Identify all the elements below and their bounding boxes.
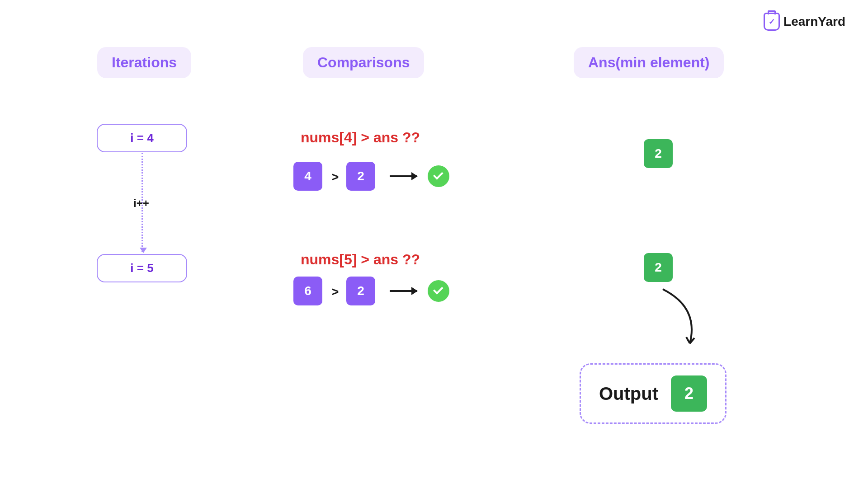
comparison-question-1: nums[4] > ans ??: [301, 129, 420, 146]
header-iterations: Iterations: [97, 47, 191, 78]
check-circle-1: [428, 165, 449, 187]
comparison-left-2: 6: [293, 277, 322, 305]
comparison-left-1: 4: [293, 162, 322, 191]
gt-sign-2: >: [331, 285, 339, 299]
brand-name: LearnYard: [783, 14, 845, 29]
brand-logo: ✓ LearnYard: [764, 13, 845, 31]
comparison-right-2: 2: [346, 277, 375, 305]
arrow-right-2: [390, 290, 417, 292]
logo-shield-icon: ✓: [764, 13, 780, 31]
ans-box-1: 2: [644, 139, 673, 168]
output-label: Output: [599, 384, 658, 404]
comparison-question-2: nums[5] > ans ??: [301, 251, 420, 268]
check-circle-2: [428, 280, 449, 302]
logo-check-icon: ✓: [769, 17, 775, 27]
increment-label: i++: [133, 197, 149, 210]
comparison-right-1: 2: [346, 162, 375, 191]
check-icon: [433, 169, 443, 180]
gt-sign-1: >: [331, 170, 339, 184]
header-ans: Ans(min element): [574, 47, 724, 78]
check-icon: [433, 284, 443, 295]
iteration-box-2: i = 5: [97, 254, 187, 282]
arrow-right-1: [390, 175, 417, 177]
ans-box-2: 2: [644, 253, 673, 282]
curved-arrow-down: [658, 285, 712, 352]
output-value: 2: [671, 375, 707, 412]
iteration-box-1: i = 4: [97, 124, 187, 152]
header-comparisons: Comparisons: [303, 47, 424, 78]
output-box: Output 2: [580, 363, 726, 424]
